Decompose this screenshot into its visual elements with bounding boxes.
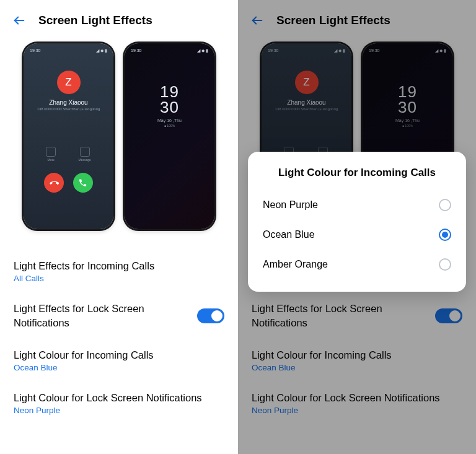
setting-effects-calls[interactable]: Light Effects for Incoming Calls All Cal…: [14, 250, 224, 293]
setting-colour-calls[interactable]: Light Colour for Incoming Calls Ocean Bl…: [14, 339, 224, 382]
radio-icon: [439, 229, 451, 241]
caller-subtext: 138 0000 0000 Shenzhen,Guangdong: [24, 107, 113, 111]
toggle-switch[interactable]: [197, 308, 224, 323]
setting-colour-lock[interactable]: Light Colour for Lock Screen Notificatio…: [14, 382, 224, 425]
settings-panel-right: Screen Light Effects 19:30◢ ◆ ▮ Z Zhang …: [238, 0, 476, 454]
header: Screen Light Effects: [0, 0, 238, 38]
caller-name: Zhang Xiaoou: [24, 99, 113, 106]
option-ocean-blue[interactable]: Ocean Blue: [262, 220, 452, 250]
mute-icon: [46, 147, 56, 157]
caller-avatar: Z: [57, 71, 81, 94]
lock-date: May 16 ,Thu: [125, 118, 214, 123]
phone-previews: 19:30 ◢ ◆ ▮ Z Zhang Xiaoou 138 0000 0000…: [0, 38, 238, 242]
phone-preview-call: 19:30 ◢ ◆ ▮ Z Zhang Xiaoou 138 0000 0000…: [24, 43, 113, 229]
radio-icon: [439, 199, 451, 211]
dialog-title: Light Colour for Incoming Calls: [262, 167, 452, 179]
setting-effects-lock[interactable]: Light Effects for Lock Screen Notificati…: [14, 293, 224, 339]
option-amber-orange[interactable]: Amber Orange: [262, 250, 452, 279]
colour-dialog: Light Colour for Incoming Calls Neon Pur…: [248, 152, 466, 292]
option-neon-purple[interactable]: Neon Purple: [262, 190, 452, 220]
message-icon: [80, 147, 90, 157]
signal-icon: ◢ ◆ ▮: [197, 48, 208, 53]
status-bar: 19:30 ◢ ◆ ▮: [24, 43, 113, 56]
accept-call-icon: [73, 173, 93, 193]
settings-list: Light Effects for Incoming Calls All Cal…: [0, 242, 238, 425]
radio-icon: [439, 258, 451, 271]
status-bar: 19:30 ◢ ◆ ▮: [125, 43, 214, 56]
settings-panel-left: Screen Light Effects 19:30 ◢ ◆ ▮ Z Zhang…: [0, 0, 238, 454]
back-arrow-icon[interactable]: [12, 14, 26, 27]
lock-clock: 1930: [125, 84, 214, 115]
lock-battery: ■ 100%: [125, 124, 214, 128]
page-title: Screen Light Effects: [38, 14, 152, 27]
call-buttons: [24, 173, 113, 193]
call-icon-row: Mute Message: [24, 147, 113, 162]
signal-icon: ◢ ◆ ▮: [96, 48, 107, 53]
phone-preview-lock: 19:30 ◢ ◆ ▮ 1930 May 16 ,Thu ■ 100%: [125, 43, 214, 229]
decline-call-icon: [44, 173, 64, 193]
